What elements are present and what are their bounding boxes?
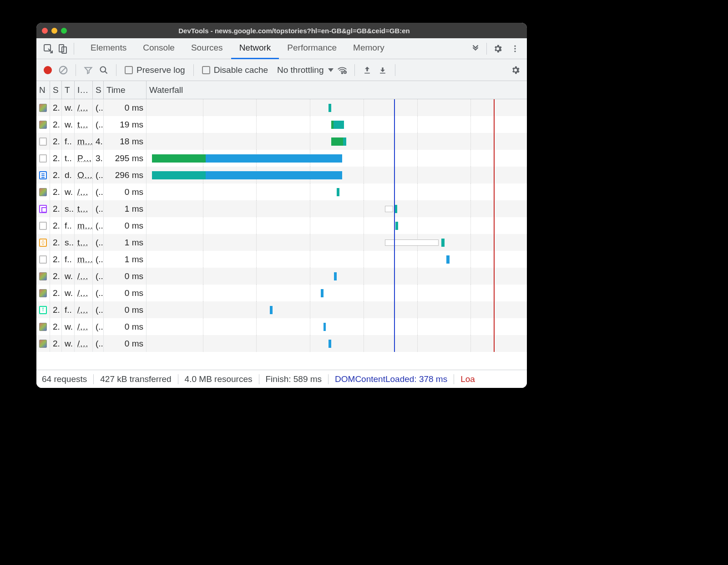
disable-cache-label: Disable cache xyxy=(214,65,268,75)
cell-initiator[interactable]: /… xyxy=(75,301,93,318)
separator xyxy=(395,64,395,76)
preserve-log-label: Preserve log xyxy=(136,65,185,75)
col-name[interactable]: N xyxy=(36,81,50,99)
network-row[interactable]: 2.w./…(..0 ms xyxy=(36,183,527,200)
disable-cache-checkbox[interactable]: Disable cache xyxy=(202,65,268,75)
cell-size: (.. xyxy=(93,268,104,285)
download-har-icon[interactable] xyxy=(376,63,389,77)
network-row[interactable]: 2.w./…(..0 ms xyxy=(36,335,527,352)
maximize-window-button[interactable] xyxy=(61,28,67,34)
more-tabs-icon[interactable] xyxy=(468,41,483,56)
separator xyxy=(354,64,355,76)
cell-initiator[interactable]: t… xyxy=(75,116,93,133)
clear-button[interactable] xyxy=(56,63,70,77)
minimize-window-button[interactable] xyxy=(51,28,57,34)
request-icon xyxy=(36,318,50,335)
network-conditions-icon[interactable] xyxy=(335,63,349,77)
network-row[interactable]: 2.w.t…(..19 ms xyxy=(36,116,527,133)
cell-status: 2. xyxy=(50,251,62,268)
settings-icon[interactable] xyxy=(490,41,505,56)
upload-har-icon[interactable] xyxy=(360,63,374,77)
network-row[interactable]: 2.s..t…(..1 ms xyxy=(36,234,527,251)
col-waterfall[interactable]: Waterfall xyxy=(147,81,527,99)
network-row[interactable]: 2.f..m…(..0 ms xyxy=(36,217,527,234)
cell-initiator[interactable]: O… xyxy=(75,167,93,183)
kebab-menu-icon[interactable] xyxy=(508,41,522,56)
tab-memory[interactable]: Memory xyxy=(345,38,393,59)
network-table: N S T I… S Time Waterfall 2.w./…(..0 ms2… xyxy=(36,81,527,370)
preserve-log-checkbox[interactable]: Preserve log xyxy=(125,65,185,75)
network-row[interactable]: 2.w./…(..0 ms xyxy=(36,285,527,301)
cell-initiator[interactable]: m… xyxy=(75,133,93,150)
close-window-button[interactable] xyxy=(42,28,48,34)
cell-size: (.. xyxy=(93,335,104,352)
cell-size: (.. xyxy=(93,183,104,200)
status-requests: 64 requests xyxy=(42,374,87,384)
cell-initiator[interactable]: P… xyxy=(75,150,93,167)
throttling-select[interactable]: No throttling xyxy=(277,65,334,75)
network-row[interactable]: 2.w./…(..0 ms xyxy=(36,318,527,335)
cell-waterfall xyxy=(147,116,527,133)
col-status[interactable]: S xyxy=(50,81,62,99)
cell-type: f.. xyxy=(62,217,75,234)
network-row[interactable]: 2.w./…(..0 ms xyxy=(36,99,527,116)
cell-status: 2. xyxy=(50,133,62,150)
cell-size: (.. xyxy=(93,285,104,301)
cell-size: 3. xyxy=(93,150,104,167)
cell-status: 2. xyxy=(50,150,62,167)
cell-waterfall xyxy=(147,335,527,352)
cell-time: 0 ms xyxy=(104,183,147,200)
separator xyxy=(454,374,454,384)
cell-initiator[interactable]: m… xyxy=(75,217,93,234)
col-initiator[interactable]: I… xyxy=(75,81,93,99)
search-icon[interactable] xyxy=(97,63,111,77)
throttling-value: No throttling xyxy=(277,65,324,75)
network-settings-icon[interactable] xyxy=(509,63,522,77)
cell-time: 1 ms xyxy=(104,200,147,217)
cell-time: 295 ms xyxy=(104,150,147,167)
request-icon xyxy=(36,285,50,301)
cell-size: (.. xyxy=(93,251,104,268)
col-size[interactable]: S xyxy=(93,81,104,99)
cell-initiator[interactable]: /… xyxy=(75,285,93,301)
cell-waterfall xyxy=(147,183,527,200)
network-row[interactable]: 2.f..m…4.18 ms xyxy=(36,133,527,150)
device-toolbar-icon[interactable] xyxy=(56,41,70,56)
cell-time: 1 ms xyxy=(104,251,147,268)
tab-console[interactable]: Console xyxy=(135,38,183,59)
network-row[interactable]: T2.f../…(..0 ms xyxy=(36,301,527,318)
tab-sources[interactable]: Sources xyxy=(183,38,231,59)
tab-performance[interactable]: Performance xyxy=(279,38,345,59)
cell-initiator[interactable]: /… xyxy=(75,318,93,335)
cell-waterfall xyxy=(147,99,527,116)
request-icon xyxy=(36,150,50,167)
cell-initiator[interactable]: /… xyxy=(75,335,93,352)
svg-point-4 xyxy=(514,48,516,49)
cell-initiator[interactable]: t… xyxy=(75,234,93,251)
col-type[interactable]: T xyxy=(62,81,75,99)
cell-initiator[interactable]: /… xyxy=(75,268,93,285)
network-row[interactable]: 2.s..t…(..1 ms xyxy=(36,200,527,217)
tab-network[interactable]: Network xyxy=(231,38,279,59)
cell-size: (.. xyxy=(93,217,104,234)
network-row[interactable]: 2.t..P…3.295 ms xyxy=(36,150,527,167)
cell-status: 2. xyxy=(50,217,62,234)
network-row[interactable]: 2.d.O…(..296 ms xyxy=(36,167,527,183)
cell-initiator[interactable]: /… xyxy=(75,99,93,116)
cell-initiator[interactable]: t… xyxy=(75,200,93,217)
cell-type: w. xyxy=(62,183,75,200)
filter-icon[interactable] xyxy=(81,63,95,77)
cell-waterfall xyxy=(147,234,527,251)
network-row[interactable]: 2.w./…(..0 ms xyxy=(36,268,527,285)
inspect-element-icon[interactable] xyxy=(41,41,56,56)
record-button[interactable] xyxy=(41,63,55,77)
network-row[interactable]: 2.f..m…(..1 ms xyxy=(36,251,527,268)
cell-type: w. xyxy=(62,268,75,285)
cell-status: 2. xyxy=(50,99,62,116)
tab-elements[interactable]: Elements xyxy=(82,38,135,59)
col-time[interactable]: Time xyxy=(104,81,147,99)
cell-initiator[interactable]: /… xyxy=(75,183,93,200)
request-icon xyxy=(36,116,50,133)
cell-initiator[interactable]: m… xyxy=(75,251,93,268)
cell-size: (.. xyxy=(93,318,104,335)
